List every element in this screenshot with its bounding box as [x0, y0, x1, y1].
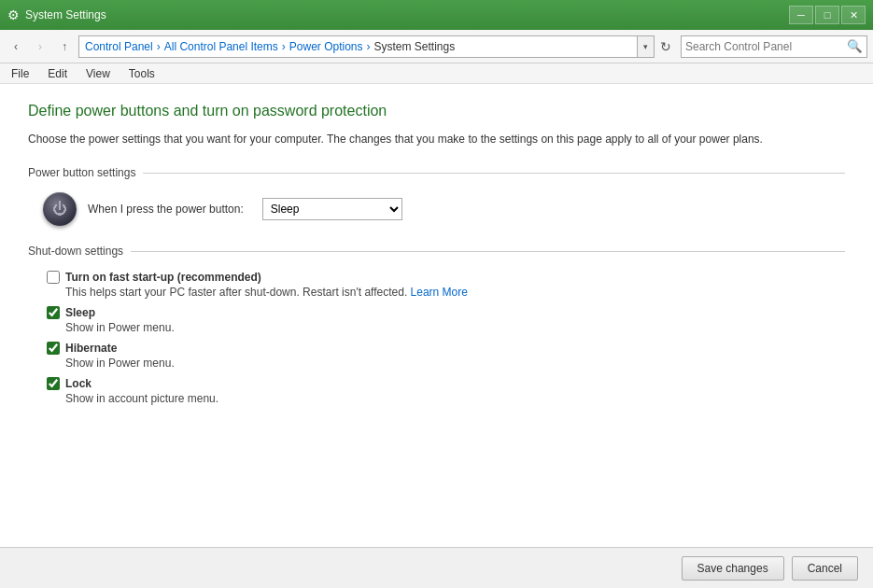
- breadcrumb-control-panel[interactable]: Control Panel: [85, 40, 153, 53]
- menu-view[interactable]: View: [82, 65, 114, 82]
- sleep-item: Sleep: [47, 306, 845, 319]
- sleep-row: Sleep Show in Power menu.: [47, 306, 845, 334]
- lock-label: Lock: [65, 377, 92, 390]
- menu-edit[interactable]: Edit: [44, 65, 71, 82]
- section-divider: [143, 173, 845, 174]
- search-input[interactable]: [685, 40, 846, 53]
- fast-startup-sublabel: This helps start your PC faster after sh…: [47, 286, 845, 299]
- power-button-section-header: Power button settings: [28, 166, 845, 179]
- fast-startup-checkbox[interactable]: [47, 271, 60, 284]
- minimize-button[interactable]: ─: [789, 6, 813, 24]
- address-dropdown-button[interactable]: ▾: [638, 35, 655, 58]
- fast-startup-row: Turn on fast start-up (recommended) This…: [47, 271, 845, 299]
- section-divider-2: [131, 251, 845, 252]
- shutdown-section-label: Shut-down settings: [28, 245, 123, 258]
- breadcrumb-power-options[interactable]: Power Options: [289, 40, 363, 53]
- hibernate-sublabel: Show in Power menu.: [47, 357, 845, 370]
- shutdown-section-header: Shut-down settings: [28, 245, 845, 258]
- title-bar-controls: ─ □ ✕: [789, 6, 866, 24]
- breadcrumb-system-settings: System Settings: [373, 40, 455, 53]
- fast-startup-item: Turn on fast start-up (recommended): [47, 271, 845, 284]
- forward-button[interactable]: ›: [30, 36, 50, 57]
- fast-startup-label: Turn on fast start-up (recommended): [65, 271, 261, 284]
- sleep-label: Sleep: [65, 306, 95, 319]
- title-bar-icon: ⚙: [7, 7, 20, 22]
- lock-checkbox[interactable]: [47, 377, 60, 390]
- refresh-button[interactable]: ↻: [655, 35, 677, 58]
- power-button-row: When I press the power button: Sleep Do …: [28, 192, 845, 226]
- close-button[interactable]: ✕: [841, 6, 866, 24]
- address-bar: Control Panel › All Control Panel Items …: [78, 35, 638, 58]
- lock-item: Lock: [47, 377, 845, 390]
- learn-more-link[interactable]: Learn More: [411, 286, 468, 299]
- page-description: Choose the power settings that you want …: [28, 131, 845, 147]
- sleep-checkbox[interactable]: [47, 306, 60, 319]
- main-content: Define power buttons and turn on passwor…: [0, 84, 873, 547]
- lock-sublabel: Show in account picture menu.: [47, 392, 845, 405]
- title-bar: ⚙ System Settings ─ □ ✕: [0, 0, 873, 30]
- hibernate-label: Hibernate: [65, 342, 117, 355]
- menu-tools[interactable]: Tools: [125, 65, 159, 82]
- nav-bar: ‹ › ↑ Control Panel › All Control Panel …: [0, 30, 873, 63]
- maximize-button[interactable]: □: [815, 6, 839, 24]
- hibernate-checkbox[interactable]: [47, 342, 60, 355]
- menu-bar: File Edit View Tools: [0, 63, 873, 84]
- search-icon[interactable]: 🔍: [846, 38, 863, 55]
- power-button-select[interactable]: Sleep Do nothing Hibernate Shut down Tur…: [262, 198, 402, 220]
- lock-row: Lock Show in account picture menu.: [47, 377, 845, 405]
- up-button[interactable]: ↑: [54, 36, 75, 57]
- page-title: Define power buttons and turn on passwor…: [28, 103, 845, 119]
- checkbox-group: Turn on fast start-up (recommended) This…: [28, 271, 845, 405]
- breadcrumb-all-items[interactable]: All Control Panel Items: [164, 40, 278, 53]
- back-button[interactable]: ‹: [6, 36, 26, 57]
- search-box: 🔍: [681, 35, 867, 58]
- cancel-button[interactable]: Cancel: [792, 556, 858, 581]
- title-bar-title: System Settings: [25, 8, 106, 21]
- menu-file[interactable]: File: [7, 65, 33, 82]
- hibernate-item: Hibernate: [47, 342, 845, 355]
- power-button-section-label: Power button settings: [28, 166, 135, 179]
- hibernate-row: Hibernate Show in Power menu.: [47, 342, 845, 370]
- sleep-sublabel: Show in Power menu.: [47, 321, 845, 334]
- power-button-label: When I press the power button:: [88, 203, 244, 216]
- power-icon: [43, 192, 77, 226]
- save-button[interactable]: Save changes: [682, 556, 784, 581]
- bottom-bar: Save changes Cancel: [0, 547, 873, 588]
- breadcrumb: Control Panel › All Control Panel Items …: [85, 40, 455, 53]
